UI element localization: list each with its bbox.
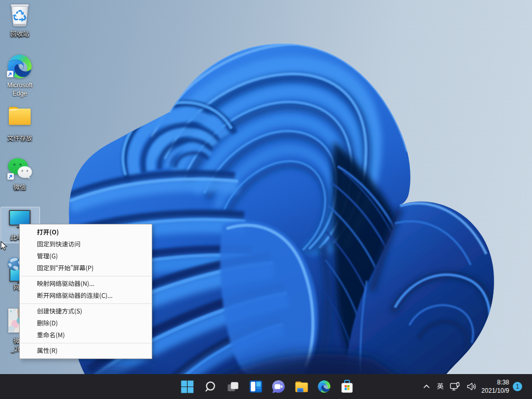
menu-item[interactable]: 固定到“开始”屏幕(P) bbox=[20, 262, 152, 274]
chat-button[interactable] bbox=[267, 374, 290, 399]
start-button[interactable] bbox=[176, 374, 198, 399]
desktop-icon-recycle-bin[interactable]: 回收站 bbox=[0, 3, 39, 38]
recycle-bin-icon bbox=[10, 3, 30, 29]
shortcut-arrow-icon bbox=[7, 172, 14, 182]
search-button[interactable] bbox=[198, 374, 221, 399]
store-button[interactable] bbox=[336, 374, 358, 399]
menu-item[interactable]: 断开网络驱动器的连接(C)... bbox=[20, 290, 152, 302]
folder-icon bbox=[8, 105, 32, 128]
volume-tray-icon[interactable] bbox=[464, 376, 479, 397]
notification-button[interactable]: 1 bbox=[513, 382, 522, 391]
shortcut-arrow-icon bbox=[7, 70, 14, 79]
tray-overflow-chevron[interactable] bbox=[420, 376, 433, 397]
menu-item[interactable]: 映射网络驱动器(N)... bbox=[20, 278, 152, 290]
icon-label: 文件存放 bbox=[7, 134, 32, 142]
wechat-icon bbox=[7, 157, 33, 181]
notification-badge: 1 bbox=[513, 382, 522, 391]
widgets-button[interactable] bbox=[244, 374, 267, 399]
menu-separator bbox=[20, 303, 151, 304]
menu-item[interactable]: 管理(G) bbox=[20, 250, 152, 262]
taskbar-center-group bbox=[176, 374, 358, 399]
menu-item[interactable]: 打开(O) bbox=[20, 227, 152, 238]
edge-logo-wrap bbox=[7, 54, 33, 79]
desktop-icon-files-folder[interactable]: 文件存放 bbox=[0, 105, 39, 142]
icon-label: 回收站 bbox=[10, 30, 29, 38]
menu-separator bbox=[20, 276, 151, 276]
task-view-button[interactable] bbox=[221, 374, 244, 399]
context-menu: 打开(O)固定到快速访问管理(G)固定到“开始”屏幕(P)映射网络驱动器(N).… bbox=[19, 224, 152, 359]
wechat-logo-wrap bbox=[7, 157, 33, 181]
menu-item[interactable]: 创建快捷方式(S) bbox=[20, 305, 152, 317]
edge-button[interactable] bbox=[313, 374, 336, 399]
windows-desktop: { "desktop": { "icons": [ {"name": "recy… bbox=[0, 0, 532, 399]
ime-indicator[interactable]: 英 bbox=[433, 376, 447, 397]
menu-item[interactable]: 重命名(M) bbox=[20, 329, 152, 341]
desktop-icon-wechat[interactable]: 微信 bbox=[0, 157, 39, 192]
taskbar: 英 8:38 2021/10/9 1 bbox=[0, 374, 532, 399]
menu-item[interactable]: 删除(D) bbox=[20, 317, 152, 329]
icon-label: Microsoft Edge bbox=[3, 81, 37, 98]
network-tray-icon[interactable] bbox=[447, 376, 464, 397]
menu-item[interactable]: 属性(R) bbox=[20, 345, 152, 357]
edge-icon bbox=[7, 54, 33, 79]
file-explorer-button[interactable] bbox=[290, 374, 313, 399]
clock-date: 2021/10/9 bbox=[481, 387, 509, 395]
desktop-icon-microsoft-edge[interactable]: Microsoft Edge bbox=[0, 54, 39, 98]
menu-separator bbox=[20, 343, 151, 343]
clock[interactable]: 8:38 2021/10/9 bbox=[481, 378, 509, 395]
menu-item[interactable]: 固定到快速访问 bbox=[20, 238, 152, 250]
system-tray: 英 8:38 2021/10/9 1 bbox=[420, 374, 532, 399]
icon-label: 微信 bbox=[14, 183, 26, 192]
mouse-cursor bbox=[1, 241, 8, 254]
clock-time: 8:38 bbox=[481, 378, 509, 387]
